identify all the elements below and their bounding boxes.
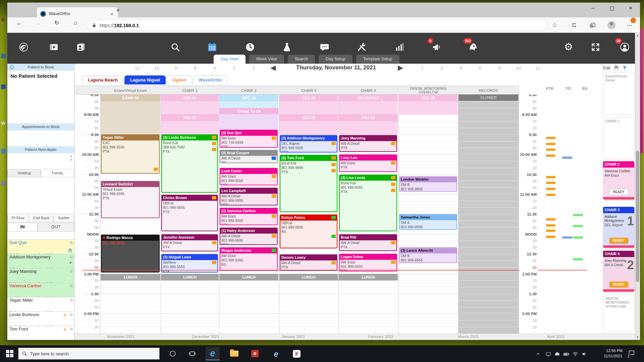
tray-wifi-icon[interactable] — [571, 350, 579, 358]
template-slot[interactable] — [101, 114, 160, 134]
tab-pt-flow[interactable]: Pt Flow — [7, 214, 29, 222]
tab-in[interactable]: IN — [7, 223, 38, 232]
appointment-block[interactable]: (3) Sue QueAW Elast801 718-6999PTK — [220, 130, 278, 148]
action-center-icon[interactable]: 2 — [628, 350, 638, 358]
favorites-bar-icon[interactable] — [569, 20, 579, 30]
week-offset-number[interactable]: 2 — [438, 66, 445, 71]
desktop-shortcut-icon[interactable] — [1, 149, 6, 154]
template-slot[interactable]: Virtual Tx Ck — [219, 108, 278, 115]
collections-icon[interactable] — [588, 20, 598, 30]
week-offset-number[interactable]: 12 — [534, 66, 541, 71]
stats-icon[interactable] — [393, 41, 405, 53]
clock-icon[interactable] — [244, 41, 256, 53]
template-slot[interactable]: ADJ 30 — [279, 114, 338, 134]
patient-list-item[interactable]: Leslie BurlesonBond Full29:30a★⚙ — [7, 311, 74, 326]
week-offset-number[interactable]: 8 — [496, 66, 503, 71]
ready-button[interactable]: READY — [609, 238, 628, 243]
taskbar-search[interactable]: Type here to search — [18, 348, 160, 360]
location-tab-waveortho[interactable]: WaveOrtho — [193, 75, 228, 84]
scroll-down-icon[interactable]: ▼ — [70, 158, 72, 162]
template-slot[interactable]: REC 20 — [219, 95, 278, 108]
gear-icon[interactable]: ⚙ — [69, 284, 73, 288]
gear-icon[interactable]: ⚙ — [69, 269, 73, 274]
fullscreen-icon[interactable] — [589, 41, 601, 53]
scroll-up-icon[interactable]: ▲ — [70, 154, 72, 158]
gear-icon[interactable]: ⚙ — [69, 298, 73, 303]
template-slot[interactable]: ADJ 30 — [399, 95, 458, 114]
appointment-block[interactable]: London WinklerDM B801 999-9999Dental Mon… — [399, 176, 457, 192]
chair-panel[interactable]: DENTAL MONITORING/ OVERFLOW — [603, 294, 634, 332]
window-maximize-button[interactable] — [604, 3, 620, 14]
rocket-icon[interactable]: 352 — [467, 41, 479, 53]
appointment-block[interactable]: Brad PittAW-A DetailPTK — [339, 234, 397, 251]
chair-panel[interactable]: CHAIR 3Addison MontgomeryDEL Aligner1REA… — [603, 207, 634, 248]
gear-icon[interactable]: ⚙ — [69, 255, 73, 259]
gear-icon[interactable]: ⚙ — [69, 240, 73, 245]
location-tab-laguna-niguel[interactable]: Laguna Niguel — [124, 75, 166, 84]
tray-battery-icon[interactable] — [562, 350, 570, 358]
appointment-block[interactable]: Leonard SwitzliztVirtual Exam801 999-555… — [101, 181, 160, 218]
next-day-arrow-icon[interactable]: ▶ — [398, 64, 403, 72]
gear-icon[interactable]: ⚙ — [69, 327, 73, 331]
appointment-block[interactable]: Robyn PetersDBFull801 999-5555BS — [280, 215, 337, 248]
tab-earlier[interactable]: Earlier — [54, 214, 74, 222]
scrollbar-thumb[interactable] — [636, 151, 639, 282]
appointment-block[interactable]: Leo CampbellAW-A Detail801 999-5555PTK — [220, 188, 278, 205]
template-slot[interactable]: ADJ 30 — [279, 95, 338, 114]
patient-list-item[interactable]: Sue QueAW Elast39:20a⚙ — [7, 239, 74, 254]
week-offset-number[interactable]: 12 — [133, 66, 141, 71]
appointment-block[interactable]: (3) Lance AlbrechtDM B801 999-5555Dental… — [399, 247, 457, 263]
window-close-button[interactable]: × — [623, 3, 638, 14]
chair-panel[interactable]: Exam/Virtual Exam — [603, 72, 634, 115]
taskbar-security-app-icon[interactable] — [248, 347, 262, 360]
appointment-block[interactable]: (3) Tom FordBond Full801 999-9999PTK — [280, 155, 337, 212]
week-offset-number[interactable]: 10 — [153, 66, 160, 71]
tab-search[interactable]: Search — [288, 55, 315, 64]
appointment-block[interactable]: Megan AndersonAW Elast801 999-5555BS — [220, 247, 278, 270]
scroll-down-icon[interactable]: ▼ — [635, 336, 640, 339]
settings-icon[interactable]: ⚙ — [562, 41, 575, 53]
template-slot[interactable]: ADJ 30 — [339, 114, 398, 134]
tab-day-view[interactable]: Day View — [214, 55, 246, 64]
template-slot[interactable]: EXAM 60 — [101, 95, 160, 114]
appointment-block[interactable]: Logan DeharAW Elast801 999-5555PTK — [339, 254, 397, 271]
chair-panel[interactable]: CHAIR 1 — [603, 117, 634, 159]
tray-volume-icon[interactable] — [580, 350, 588, 358]
task-view-button[interactable] — [185, 347, 199, 360]
template-slot[interactable] — [219, 114, 278, 130]
filter-icon[interactable] — [622, 65, 627, 70]
taskbar-internet-explorer-icon[interactable]: e — [269, 347, 283, 360]
appointment-block[interactable]: (3) Brad CooperAW-A DetailTO — [220, 150, 278, 163]
appointment-block[interactable]: Chriss BrownDBFull801 999-5555PTK — [161, 195, 218, 231]
photos-icon[interactable] — [74, 41, 87, 53]
taskbar-edge-icon[interactable]: e — [206, 347, 220, 360]
appointment-block[interactable]: (3) Addison MontgomeryDEL Aligner801 999… — [280, 135, 337, 153]
appointment-block[interactable]: Joey ManningAW-A DetailPTK — [339, 135, 397, 152]
appointment-block[interactable]: Lucy LouAW ElastPTK — [339, 155, 397, 172]
week-offset-number[interactable]: 8 — [172, 66, 180, 71]
announcements-icon[interactable]: 9 — [431, 41, 443, 53]
ready-button[interactable]: READY — [609, 189, 628, 195]
print-icon[interactable] — [613, 65, 619, 71]
template-slot[interactable]: ADJ 30 — [161, 95, 219, 114]
appointment-block[interactable]: Dennis LowryAW-A DetailPTK — [280, 254, 337, 270]
appointment-block[interactable]: (3) Lisa LeedsBond Full801 999-5555PTK — [339, 175, 397, 231]
calendar-icon[interactable] — [206, 41, 218, 53]
tab-week-view[interactable]: Week View — [249, 55, 284, 64]
tab-family[interactable]: Family — [41, 169, 74, 177]
ready-button[interactable]: READY — [609, 282, 628, 287]
refresh-button[interactable]: ↻ — [51, 19, 62, 26]
taskbar-clock[interactable]: 12:56 PM 11/11/2021 — [590, 348, 623, 359]
template-slot[interactable]: ADJ 30 — [161, 114, 219, 134]
appointment-block[interactable]: (3) Vanessa CarltonAW Elast801 999-5555P… — [220, 208, 278, 225]
scroll-up-icon[interactable]: ▲ — [635, 34, 640, 37]
favorite-star-icon[interactable]: ☆ — [549, 20, 559, 30]
lab-icon[interactable] — [281, 41, 293, 53]
prev-day-arrow-icon[interactable]: ◀ — [270, 64, 276, 72]
patient-list-item[interactable]: Tegan MillerEXC19:30a⚙ — [7, 297, 74, 311]
appointment-block[interactable]: Tegan MillerEXC801 999-5555PTK — [101, 134, 160, 174]
tab-close-icon[interactable]: × — [109, 11, 115, 17]
week-offset-number[interactable]: 6 — [476, 66, 484, 71]
taskbar-slack-icon[interactable]: # — [289, 347, 304, 360]
tab-template-setup[interactable]: Template Setup — [356, 55, 399, 64]
